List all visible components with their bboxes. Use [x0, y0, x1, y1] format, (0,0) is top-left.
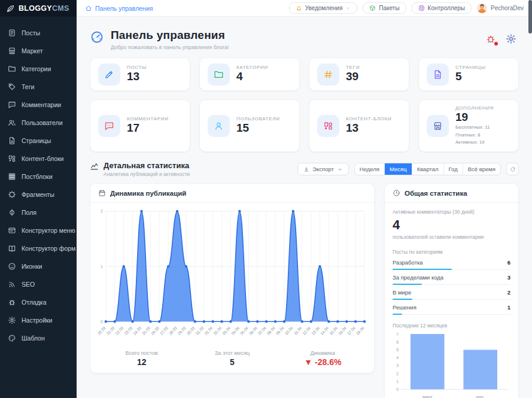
section-title: Детальная статистика: [104, 161, 190, 170]
period-button[interactable]: Квартал: [412, 163, 443, 175]
svg-text:2: 2: [396, 372, 399, 376]
postblocks-icon: [8, 172, 16, 181]
stat-card-categories[interactable]: КАТЕГОРИИ4: [199, 57, 300, 91]
summary-stat-label: За этот месяц: [187, 350, 277, 356]
sidebar-item-settings[interactable]: Настройки: [0, 311, 77, 329]
stat-card-comments[interactable]: КОММЕНТАРИИ17: [90, 99, 190, 152]
debug-button[interactable]: [485, 34, 496, 44]
chevron-down-icon: [337, 166, 343, 172]
months-bar-chart[interactable]: 01234567мартапр.: [393, 330, 510, 398]
line-chart-icon: [90, 162, 99, 171]
stat-card-value: 5: [455, 70, 486, 84]
refresh-button[interactable]: [506, 163, 519, 175]
stat-card-label: ПОСТЫ: [127, 65, 147, 70]
sidebar-item-label: Страницы: [22, 137, 51, 144]
sidebar-item-pages[interactable]: Страницы: [0, 132, 77, 150]
svg-text:03.04: 03.04: [221, 326, 231, 336]
sidebar-item-menu-builder[interactable]: Конструктор меню: [0, 221, 77, 239]
sidebar-item-seo[interactable]: SEO: [0, 275, 77, 293]
category-row: Решения1: [393, 300, 510, 315]
sidebar-item-label: Пользователи: [22, 119, 63, 126]
stat-card-detail: Активных: 19: [455, 139, 494, 146]
svg-text:6: 6: [396, 340, 399, 344]
commenters-value: 4: [393, 217, 510, 233]
refresh-icon: [510, 166, 516, 172]
comments-icon: [104, 121, 114, 131]
sidebar-item-categories[interactable]: Категории: [0, 60, 77, 78]
svg-text:0: 0: [396, 387, 399, 391]
svg-text:06.04: 06.04: [248, 326, 258, 336]
period-button[interactable]: Неделя: [355, 163, 384, 175]
sidebar-item-postblocks[interactable]: Постблоки: [0, 168, 77, 186]
notifications-button[interactable]: Уведомления: [289, 2, 358, 14]
stat-card-info: ПОЛЬЗОВАТЕЛИ15: [236, 116, 280, 135]
page-header: Панель управления Добро пожаловать в пан…: [90, 29, 519, 50]
category-row: За пределами кода3: [393, 270, 510, 285]
svg-text:1: 1: [101, 265, 103, 269]
app-logo[interactable]: BLOGGYCMS: [0, 0, 77, 17]
sidebar-item-users[interactable]: Пользователи: [0, 114, 77, 132]
settings-button[interactable]: [506, 34, 516, 44]
svg-text:26.03: 26.03: [150, 326, 160, 336]
stat-card-info: КОНТЕНТ-БЛОКИ13: [346, 116, 391, 135]
charts-row: Динамика публикаций 01220.0321.0322.0323…: [90, 183, 519, 398]
sidebar-item-market[interactable]: Маркет: [0, 42, 77, 60]
packages-label: Пакеты: [379, 5, 399, 11]
sidebar-item-fragments[interactable]: Фрагменты: [0, 186, 77, 203]
comments-icon: [8, 101, 16, 109]
breadcrumb[interactable]: Панель управления: [85, 5, 153, 12]
content-blocks-icon: [8, 154, 16, 163]
stat-card-value: 13: [127, 70, 147, 84]
summary-stat: Динамика▼ -28.6%: [278, 350, 368, 367]
summary-stat-label: Динамика: [278, 350, 368, 356]
category-row: В мире2: [393, 285, 510, 300]
sidebar-item-form-builder[interactable]: Конструктор форм: [0, 239, 77, 257]
publications-area-chart[interactable]: 01220.0321.0322.0323.0324.0325.0326.0327…: [96, 206, 368, 350]
sidebar-item-label: Шаблон: [22, 335, 45, 342]
user-menu[interactable]: PechoraDev: [477, 3, 524, 13]
summary-stat-value: 5: [187, 357, 277, 367]
sidebar-item-content-blocks[interactable]: Контент-блоки: [0, 150, 77, 168]
category-name: Разработка: [393, 259, 423, 266]
controllers-button[interactable]: Контроллеры: [412, 2, 472, 14]
svg-text:4: 4: [396, 356, 399, 360]
stat-card-addons[interactable]: ДОПОЛНЕНИЯ19Бесплатных: 11Платных: 8Акти…: [418, 99, 519, 152]
sidebar-item-debug[interactable]: Отладка: [0, 293, 77, 311]
content-blocks-icon: [323, 121, 333, 131]
svg-text:март: март: [422, 394, 433, 398]
commenters-sublabel: пользователей оставили комментарии: [393, 234, 510, 240]
stat-card-tags[interactable]: ТЕГИ39: [309, 57, 409, 91]
stat-card-posts[interactable]: ПОСТЫ13: [90, 57, 190, 91]
period-button[interactable]: Месяц: [384, 163, 412, 175]
period-button[interactable]: Всё время: [463, 163, 500, 175]
packages-button[interactable]: Пакеты: [363, 2, 406, 14]
categories-icon: [214, 69, 224, 80]
summary-stat-value: 12: [96, 357, 187, 367]
chart-summary: Всего постов12За этот месяц5Динамика▼ -2…: [90, 350, 374, 373]
svg-text:23.03: 23.03: [123, 326, 133, 336]
svg-text:16.04: 16.04: [338, 326, 347, 336]
topbar: Панель управления Уведомления Пакеты Кон…: [77, 0, 532, 17]
user-name: PechoraDev: [491, 5, 524, 11]
scrollbar-thumb[interactable]: [528, 0, 532, 34]
stat-card-pages[interactable]: СТРАНИЦЫ5: [418, 57, 519, 91]
sidebar-item-tags[interactable]: Теги: [0, 78, 77, 96]
sidebar-item-fields[interactable]: Поля: [0, 203, 77, 221]
period-button[interactable]: Год: [443, 163, 463, 175]
sidebar-item-comments[interactable]: Комментарии: [0, 96, 77, 114]
logo-text: BLOGGYCMS: [19, 4, 69, 13]
stat-icon-box: [208, 63, 230, 86]
stat-card-value: 4: [236, 70, 268, 84]
stat-card-users[interactable]: ПОЛЬЗОВАТЕЛИ15: [199, 99, 300, 152]
stat-card-content-blocks[interactable]: КОНТЕНТ-БЛОКИ13: [309, 99, 409, 152]
export-button[interactable]: Экспорт: [297, 163, 349, 175]
categories-list: Разработка6За пределами кода3В мире2Реше…: [393, 255, 510, 315]
stat-card-info: ПОСТЫ13: [127, 65, 147, 84]
sidebar-item-posts[interactable]: Посты: [0, 24, 77, 42]
sidebar-item-template[interactable]: Шаблон: [0, 329, 77, 347]
stat-icon-box: [208, 115, 230, 137]
summary-stat: Всего постов12: [96, 350, 187, 367]
sidebar-item-icons[interactable]: Иконки: [0, 257, 77, 275]
notifications-label: Уведомления: [305, 5, 343, 11]
users-icon: [214, 121, 224, 131]
